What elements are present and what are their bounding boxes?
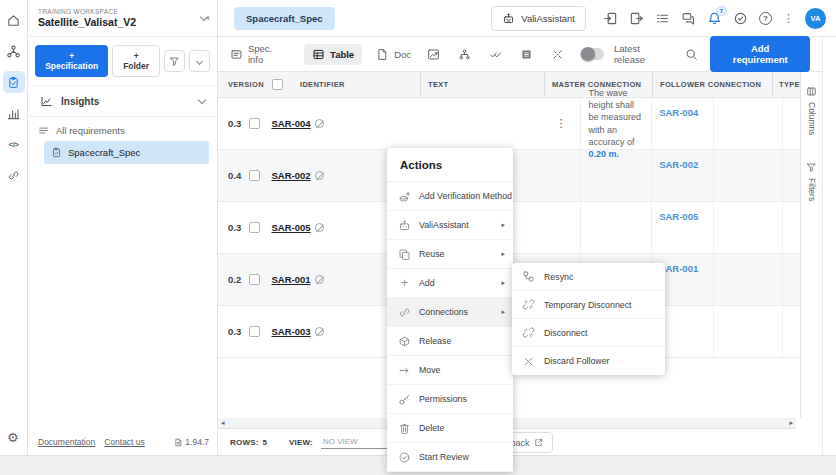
analytics-icon[interactable] — [3, 102, 25, 124]
search-icon[interactable] — [685, 48, 698, 61]
column-version[interactable]: VERSION — [218, 72, 264, 97]
home-icon[interactable] — [3, 9, 25, 31]
row-checkbox[interactable] — [249, 118, 260, 129]
sidebar-item-spacecraft-spec[interactable]: Spacecraft_Spec — [44, 141, 209, 164]
menu-item-label: Connections — [419, 307, 493, 317]
columns-panel-tab[interactable]: Columns — [806, 86, 817, 136]
export-document-icon[interactable] — [629, 11, 644, 26]
release-box-icon — [398, 335, 411, 348]
column-identifier[interactable]: IDENTIFIER — [290, 72, 420, 97]
workspace-name: Satellite_Valisat_V2 — [38, 16, 136, 28]
chat-icon[interactable] — [681, 11, 696, 26]
checklist-icon[interactable] — [655, 11, 670, 26]
spec-info-label: Spec. info — [248, 43, 290, 65]
submenu-item-label: Resync — [544, 272, 573, 282]
modules-icon[interactable] — [3, 40, 25, 62]
requirement-identifier-link[interactable]: SAR-001 — [272, 274, 311, 285]
workspace-switcher[interactable]: TRAINING WORKSPACE Satellite_Valisat_V2 — [28, 0, 217, 37]
submenu-item-temporary-disconnect[interactable]: Temporary Disconnect — [512, 291, 665, 319]
hierarchy-view-icon[interactable] — [458, 48, 471, 61]
add-requirement-button[interactable]: Add requirement — [710, 36, 810, 72]
menu-item-start-review[interactable]: Start Review — [387, 443, 513, 472]
table-row[interactable]: 0.3 SAR-004 ⋮ The wave height shall be m… — [218, 98, 800, 150]
menu-item-permissions[interactable]: Permissions — [387, 385, 513, 414]
insights-view-icon[interactable] — [427, 48, 440, 61]
chevron-down-icon — [198, 96, 206, 104]
scroll-left-icon[interactable]: ◂ — [221, 419, 225, 427]
release-notes-icon — [174, 438, 183, 447]
filters-panel-tab[interactable]: Filters — [806, 162, 817, 201]
submenu-item-discard-follower[interactable]: Discard Follower — [512, 347, 665, 375]
status-check-icon[interactable] — [733, 11, 748, 26]
requirement-text: The wave height shall be measured with a… — [588, 87, 651, 160]
connections-submenu: Resync Temporary Disconnect Disconnect D… — [512, 263, 665, 375]
requirements-icon[interactable] — [3, 71, 25, 93]
menu-item-add-verification-method[interactable]: Add Verification Method — [387, 182, 513, 211]
submenu-item-label: Discard Follower — [544, 356, 610, 366]
master-connection-link[interactable]: SAR-005 — [659, 211, 698, 222]
scroll-right-icon[interactable]: ▸ — [789, 419, 793, 427]
requirement-identifier-link[interactable]: SAR-002 — [272, 170, 311, 181]
notifications-bell-icon[interactable]: 7 — [707, 11, 722, 26]
requirement-identifier-link[interactable]: SAR-005 — [272, 222, 311, 233]
help-icon[interactable]: ? — [759, 12, 772, 25]
actions-context-menu: Actions Add Verification Method ValiAssi… — [387, 148, 513, 472]
spec-info-view-button[interactable]: Spec. info — [230, 43, 290, 65]
menu-item-release[interactable]: Release — [387, 327, 513, 356]
tab-spacecraft-spec[interactable]: Spacecraft_Spec — [234, 7, 335, 30]
master-connection-link[interactable]: SAR-004 — [659, 107, 698, 118]
documentation-link[interactable]: Documentation — [38, 437, 95, 447]
row-checkbox[interactable] — [249, 222, 260, 233]
doc-view-button[interactable]: Doc — [376, 48, 411, 61]
contact-us-link[interactable]: Contact us — [104, 437, 145, 447]
column-follower-connection[interactable]: FOLLOWER CONNECTION — [652, 72, 772, 97]
requirement-identifier-link[interactable]: SAR-004 — [272, 118, 311, 129]
column-text[interactable]: TEXT — [420, 72, 544, 97]
requirement-identifier-link[interactable]: SAR-003 — [272, 326, 311, 337]
verification-check-icon[interactable] — [489, 48, 502, 61]
version-cell: 0.3 — [218, 326, 247, 337]
row-checkbox[interactable] — [249, 274, 260, 285]
view-value: NO VIEW — [323, 437, 358, 446]
menu-item-valiassistant[interactable]: ValiAssistant ▸ — [387, 211, 513, 240]
expand-collapse-button[interactable] — [189, 50, 210, 72]
latest-release-toggle[interactable] — [580, 48, 604, 60]
collapse-sidebar-icon[interactable]: ◂ — [205, 13, 209, 22]
select-all-checkbox[interactable] — [272, 79, 283, 90]
add-specification-button[interactable]: + Specification — [35, 45, 108, 77]
row-checkbox[interactable] — [249, 326, 260, 337]
row-checkbox[interactable] — [249, 170, 260, 181]
all-requirements-item[interactable]: All requirements — [28, 125, 217, 136]
table-view-button[interactable]: Table — [304, 44, 362, 65]
valiassistant-button[interactable]: ValiAssistant — [491, 6, 586, 31]
menu-item-add[interactable]: + Add ▸ — [387, 269, 513, 298]
import-document-icon[interactable] — [603, 11, 618, 26]
menu-item-move[interactable]: Move — [387, 356, 513, 385]
scripting-icon[interactable]: </> — [3, 133, 25, 155]
column-type[interactable]: TYPE — [772, 72, 800, 97]
sidebar: TRAINING WORKSPACE Satellite_Valisat_V2 … — [28, 0, 218, 455]
links-icon[interactable] — [3, 164, 25, 186]
table-side-panel-tabs: Columns Filters — [800, 72, 822, 418]
master-connection-link[interactable]: SAR-002 — [659, 159, 698, 170]
insights-section-toggle[interactable]: Insights — [28, 86, 217, 117]
settings-gear-icon[interactable]: ⚙ — [7, 430, 19, 445]
submenu-item-resync[interactable]: Resync — [512, 263, 665, 291]
menu-item-reuse[interactable]: Reuse ▸ — [387, 240, 513, 269]
no-verification-icon — [315, 327, 324, 336]
move-arrow-icon — [398, 364, 411, 377]
matrix-view-icon[interactable] — [520, 48, 533, 61]
top-bar: Spacecraft_Spec ValiAssistant 7 ? ⋮ VA — [218, 0, 836, 37]
add-folder-button[interactable]: + Folder — [112, 45, 160, 77]
row-actions-kebab-icon[interactable]: ⋮ — [555, 117, 566, 130]
more-options-kebab-icon[interactable]: ⋮ — [783, 12, 794, 25]
master-connection-link[interactable]: SAR-001 — [659, 263, 698, 274]
traceability-view-icon[interactable] — [551, 48, 564, 61]
menu-item-delete[interactable]: Delete — [387, 414, 513, 443]
filter-button[interactable] — [164, 50, 185, 72]
verification-layers-icon — [398, 190, 411, 203]
menu-item-connections[interactable]: Connections ▸ — [387, 298, 513, 327]
user-avatar[interactable]: VA — [805, 8, 826, 29]
robot-icon — [398, 219, 411, 232]
submenu-item-disconnect[interactable]: Disconnect — [512, 319, 665, 347]
